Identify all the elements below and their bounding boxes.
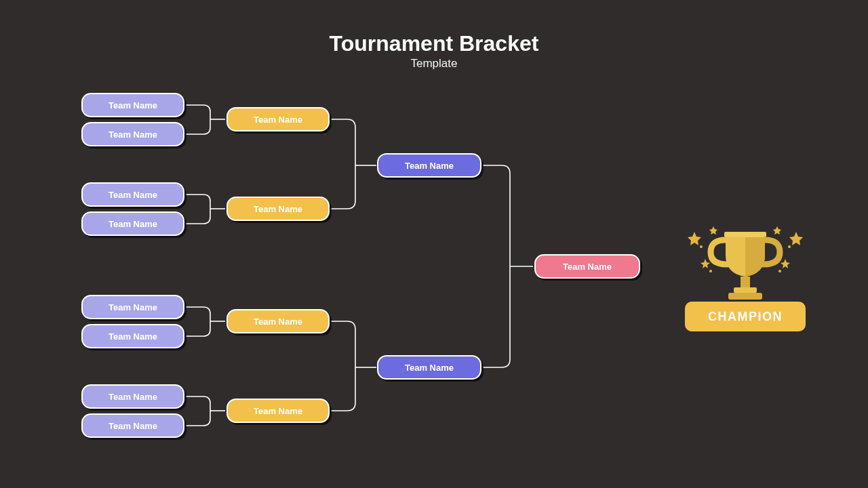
- team-label: Team Name: [405, 363, 454, 373]
- team-label: Team Name: [254, 204, 302, 214]
- team-label: Team Name: [108, 100, 157, 110]
- round1-slot-2[interactable]: Team Name: [81, 122, 184, 146]
- team-label: Team Name: [108, 190, 157, 200]
- svg-marker-3: [781, 259, 790, 268]
- svg-point-9: [778, 270, 781, 272]
- svg-marker-0: [688, 232, 701, 245]
- team-label: Team Name: [108, 331, 157, 342]
- round2-slot-4[interactable]: Team Name: [226, 399, 330, 423]
- round1-slot-6[interactable]: Team Name: [81, 324, 184, 348]
- round3-slot-1[interactable]: Team Name: [377, 153, 481, 178]
- svg-point-6: [700, 245, 703, 248]
- champion-label: CHAMPION: [708, 310, 783, 324]
- team-label: Team Name: [108, 392, 157, 402]
- svg-rect-12: [734, 287, 757, 293]
- round1-slot-4[interactable]: Team Name: [81, 211, 184, 236]
- team-label: Team Name: [108, 302, 157, 312]
- team-label: Team Name: [563, 262, 612, 272]
- svg-marker-4: [709, 226, 717, 235]
- team-label: Team Name: [254, 115, 302, 125]
- page-subtitle: Template: [0, 57, 868, 70]
- trophy-icon: [686, 222, 804, 302]
- round1-slot-3[interactable]: Team Name: [81, 182, 184, 207]
- round1-slot-1[interactable]: Team Name: [81, 93, 184, 117]
- team-label: Team Name: [254, 317, 302, 327]
- svg-point-7: [788, 245, 791, 248]
- round3-slot-2[interactable]: Team Name: [377, 355, 481, 380]
- team-label: Team Name: [108, 219, 157, 229]
- final-slot[interactable]: Team Name: [534, 254, 640, 279]
- round1-slot-7[interactable]: Team Name: [81, 384, 184, 409]
- champion-badge: CHAMPION: [685, 302, 806, 331]
- bracket-canvas: Tournament Bracket Template Team Name Te…: [0, 0, 868, 488]
- round2-slot-1[interactable]: Team Name: [226, 107, 330, 131]
- round2-slot-3[interactable]: Team Name: [226, 309, 330, 333]
- team-label: Team Name: [405, 161, 454, 171]
- round2-slot-2[interactable]: Team Name: [226, 197, 330, 221]
- svg-marker-5: [773, 226, 781, 235]
- round1-slot-5[interactable]: Team Name: [81, 295, 184, 319]
- round1-slot-8[interactable]: Team Name: [81, 413, 184, 438]
- team-label: Team Name: [108, 129, 157, 140]
- team-label: Team Name: [108, 421, 157, 431]
- team-label: Team Name: [254, 406, 302, 416]
- svg-point-8: [709, 270, 712, 272]
- svg-rect-10: [724, 232, 766, 237]
- svg-rect-13: [728, 293, 762, 300]
- page-title: Tournament Bracket: [0, 31, 868, 56]
- svg-rect-11: [741, 277, 750, 287]
- svg-marker-1: [789, 232, 803, 245]
- svg-marker-2: [701, 259, 710, 268]
